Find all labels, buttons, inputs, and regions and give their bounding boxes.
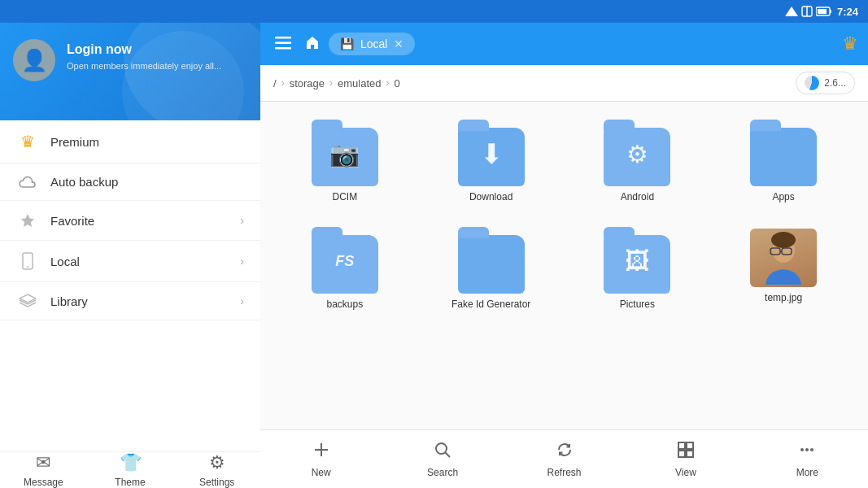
tab-close-button[interactable]: ✕ [394,37,403,50]
message-button[interactable]: ✉ Message [0,452,87,488]
file-name-android: Android [621,191,654,203]
file-name-fakeidgen: Fake Id Generator [451,298,530,310]
sidebar-header[interactable]: 👤 Login now Open members immediately enj… [0,23,260,120]
refresh-icon [556,441,574,464]
right-panel: 💾 Local ✕ ♛ / › storage › emulated › 0 2… [260,23,868,488]
sidebar-item-favorite[interactable]: Favorite › [0,201,260,241]
sidebar-item-library[interactable]: Library › [0,282,260,320]
svg-rect-5 [830,10,831,13]
folder-icon-backups: FS [308,229,382,294]
theme-button[interactable]: 👕 Theme [87,452,174,488]
bottom-toolbar: New Search Refresh View [260,429,868,488]
more-button[interactable]: More [747,430,868,488]
svg-rect-24 [678,451,685,457]
svg-rect-25 [687,451,693,457]
image-thumbnail-tempjpg [750,229,817,287]
tab-label: Local [360,37,387,50]
dots-icon [798,441,816,464]
grid-icon [677,441,695,464]
file-item-download[interactable]: ⬇ Download [423,115,560,209]
file-item-dcim[interactable]: 📷 DCIM [277,115,413,209]
settings-label: Settings [199,477,234,488]
settings-icon: ⚙ [209,452,225,473]
file-item-tempjpg[interactable]: temp.jpg [715,222,852,316]
theme-label: Theme [115,477,145,488]
svg-point-26 [800,448,804,451]
svg-point-20 [436,443,447,454]
avatar: 👤 [13,39,55,81]
breadcrumb-count: 0 [394,77,399,89]
svg-rect-11 [275,41,291,44]
sidebar-item-label: Local [50,255,240,268]
svg-rect-4 [818,9,827,14]
sidebar-item-autobackup[interactable]: Auto backup [0,163,260,201]
file-item-pictures[interactable]: 🖼 Pictures [569,222,706,316]
phone-icon [16,252,39,270]
file-item-android[interactable]: ⚙ Android [569,115,706,209]
cloud-icon [16,176,39,189]
tab-icon: 💾 [340,37,354,50]
sidebar-item-label: Premium [50,135,244,149]
svg-point-27 [805,448,809,451]
chevron-down-icon: › [240,294,244,307]
search-button[interactable]: Search [382,430,503,488]
breadcrumb: / › storage › emulated › 0 2.6... [260,65,868,102]
folder-icon-fakeidgen [455,229,528,294]
storage-badge: 2.6... [796,72,855,94]
file-item-fakeidgen[interactable]: Fake Id Generator [423,222,560,316]
file-name-tempjpg: temp.jpg [765,292,802,303]
status-icons [785,6,832,17]
sidebar-bottom-toolbar: ✉ Message 👕 Theme ⚙ Settings [0,451,260,488]
file-name-download: Download [469,191,513,203]
folder-icon-android: ⚙ [600,121,674,186]
file-item-backups[interactable]: FS backups [277,222,413,316]
login-subtitle: Open members immediately enjoy all... [67,60,221,72]
folder-icon-pictures: 🖼 [600,229,674,294]
svg-rect-22 [678,442,685,449]
search-icon [434,441,451,464]
file-name-pictures: Pictures [620,298,655,310]
plus-icon [312,441,330,464]
refresh-button[interactable]: Refresh [504,430,625,488]
sidebar-item-premium[interactable]: ♛ Premium [0,120,260,163]
theme-icon: 👕 [120,452,142,473]
menu-button[interactable] [270,30,296,59]
local-tab[interactable]: 💾 Local ✕ [329,33,415,55]
sidebar: 👤 Login now Open members immediately enj… [0,23,260,488]
view-button[interactable]: View [625,430,746,488]
search-label: Search [427,467,458,478]
more-label: More [796,467,818,478]
folder-icon-download: ⬇ [455,121,528,186]
top-bar: 💾 Local ✕ ♛ [260,23,868,65]
sidebar-item-label: Library [50,294,240,308]
premium-crown-icon[interactable]: ♛ [842,33,858,54]
new-button[interactable]: New [260,430,382,488]
message-label: Message [24,477,63,488]
file-name-backups: backups [327,298,364,310]
storage-text: 2.6... [824,77,846,89]
storage-pie-chart [805,76,819,90]
svg-rect-23 [687,442,693,449]
settings-button[interactable]: ⚙ Settings [173,452,260,488]
message-icon: ✉ [36,452,50,473]
svg-marker-6 [21,214,34,227]
svg-rect-12 [275,47,291,50]
status-time: 7:24 [837,6,858,18]
chevron-down-icon: › [240,255,244,268]
breadcrumb-storage[interactable]: storage [290,77,325,89]
chevron-down-icon: › [240,214,244,227]
home-button[interactable] [304,34,321,54]
svg-line-21 [446,452,451,457]
file-name-apps: Apps [772,191,794,203]
breadcrumb-emulated[interactable]: emulated [338,77,381,89]
svg-rect-10 [275,37,291,39]
file-item-apps[interactable]: Apps [715,115,852,209]
svg-point-14 [771,232,796,248]
sidebar-item-label: Favorite [50,214,240,228]
view-label: View [675,467,696,478]
refresh-label: Refresh [547,467,582,478]
breadcrumb-root[interactable]: / [273,77,277,89]
sidebar-item-local[interactable]: Local › [0,241,260,282]
svg-marker-0 [785,7,798,16]
file-grid: 📷 DCIM ⬇ Download ⚙ Android [260,102,868,429]
